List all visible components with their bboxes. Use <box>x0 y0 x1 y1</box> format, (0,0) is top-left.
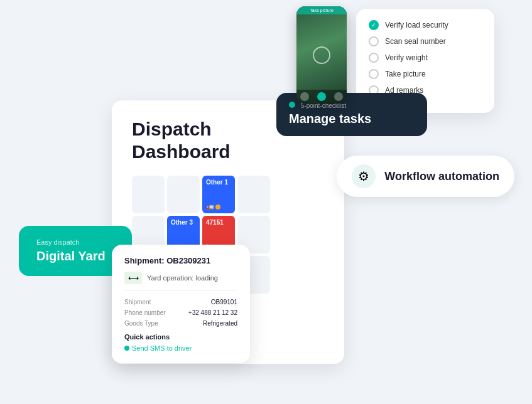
detail-row: Phone number +32 488 21 12 32 <box>124 309 237 316</box>
phone-screen: Take picture <box>296 6 347 104</box>
workflow-automation-pill: ⚙ Workflow automation <box>337 156 514 197</box>
checklist-item[interactable]: Take picture <box>369 69 482 79</box>
detail-value: OB99101 <box>211 299 237 306</box>
phone-btn-center[interactable] <box>317 92 326 101</box>
sms-link[interactable]: Send SMS to driver <box>124 344 237 352</box>
truck-icon: 🚛 <box>206 203 214 210</box>
detail-label: Shipment <box>124 299 151 306</box>
checklist-item-label: Scan seal number <box>385 37 446 46</box>
digital-yard-subtitle: Easy dispatch <box>36 238 114 246</box>
digital-yard-title: Digital Yard <box>36 248 114 263</box>
manage-tasks-title: Manage tasks <box>289 112 415 126</box>
checklist-items: ✓Verify load securityScan seal numberVer… <box>369 20 482 95</box>
detail-label: Phone number <box>124 309 166 316</box>
phone-mockup: Take picture <box>296 6 347 104</box>
quick-actions-title: Quick actions <box>124 333 237 341</box>
phone-top-bar: Take picture <box>296 6 347 14</box>
detail-rows: Shipment OB99101 Phone number +32 488 21… <box>124 299 237 327</box>
operation-text: Yard operation: loading <box>147 274 218 282</box>
gear-icon: ⚙ <box>352 164 376 188</box>
checklist-item-label: Verify load security <box>385 21 448 29</box>
grid-cell-other1[interactable]: Other 1 🚛 <box>202 176 235 213</box>
grid-cell-empty <box>132 176 165 213</box>
detail-value: +32 488 21 12 32 <box>188 309 237 316</box>
check-circle <box>369 53 379 63</box>
pin-dot <box>215 205 220 210</box>
checklist-item-label: Take picture <box>385 70 426 78</box>
detail-row: Shipment OB99101 <box>124 299 237 306</box>
checklist-item[interactable]: ✓Verify load security <box>369 20 482 30</box>
detail-label: Goods Type <box>124 320 158 327</box>
grid-cell-empty <box>167 176 200 213</box>
shipment-heading: Shipment: OB2309231 <box>124 256 237 265</box>
checklist-item-label: Verify weight <box>385 53 428 62</box>
check-circle <box>369 69 379 79</box>
phone-btn-right <box>334 92 343 101</box>
camera-circle <box>313 46 330 64</box>
grid-cell-empty <box>237 176 270 213</box>
shipment-detail-card: Shipment: OB2309231 ⟷ Yard operation: lo… <box>112 245 250 363</box>
mt-dot <box>289 102 295 108</box>
detail-row: Goods Type Refrigerated <box>124 320 237 327</box>
sms-dot <box>124 346 129 351</box>
checklist-item[interactable]: Verify weight <box>369 53 482 63</box>
phone-bottom-bar <box>296 90 347 104</box>
workflow-label: Workflow automation <box>384 170 499 183</box>
shipment-operation-row: ⟷ Yard operation: loading <box>124 272 237 291</box>
checklist-item[interactable]: Scan seal number <box>369 36 482 46</box>
check-circle: ✓ <box>369 20 379 30</box>
check-circle <box>369 36 379 46</box>
detail-value: Refrigerated <box>203 320 237 327</box>
phone-btn-left <box>300 92 309 101</box>
loading-icon: ⟷ <box>124 272 142 284</box>
